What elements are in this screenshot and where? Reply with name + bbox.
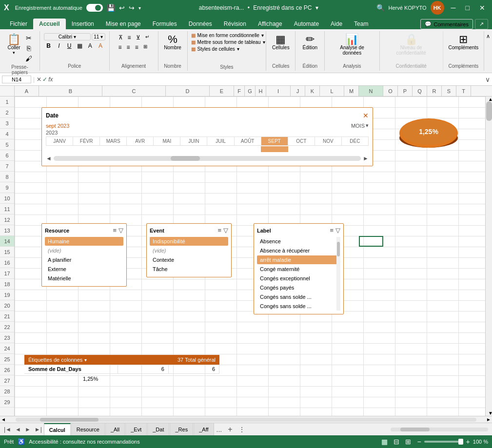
col-header-j[interactable]: J bbox=[291, 86, 305, 96]
col-header-i[interactable]: I bbox=[266, 86, 291, 96]
cell-reference-input[interactable] bbox=[2, 76, 31, 83]
label-item-conges-ss2[interactable]: Congés sans solde ... bbox=[257, 302, 340, 311]
month-may[interactable]: MAI bbox=[154, 137, 180, 145]
mise-forme-cond-button[interactable]: ▦ Mise en forme conditionnelle ▾ bbox=[190, 32, 264, 39]
row-header-27[interactable]: 27 bbox=[0, 375, 14, 386]
row-header-11[interactable]: 11 bbox=[0, 204, 14, 214]
date-panel-close[interactable]: ✕ bbox=[363, 112, 369, 119]
row-header-4[interactable]: 4 bbox=[0, 129, 14, 139]
page-break-button[interactable]: ⊞ bbox=[404, 438, 412, 446]
label-sort-icon[interactable]: ≡ bbox=[330, 227, 334, 234]
event-item-tache[interactable]: Tâche bbox=[150, 265, 228, 273]
styles-cellules-button[interactable]: ▦ Styles de cellules ▾ bbox=[190, 46, 264, 52]
month-jul[interactable]: JUIL bbox=[207, 137, 234, 145]
tab-donnees[interactable]: Données bbox=[183, 19, 218, 29]
bottom-scrollbar[interactable]: ◄ ► bbox=[0, 416, 492, 423]
row-header-20[interactable]: 20 bbox=[0, 300, 14, 311]
label-item-absence[interactable]: Absence bbox=[257, 237, 340, 246]
hscroll-right-arrow[interactable]: ► bbox=[486, 417, 491, 422]
sheet-tab-res[interactable]: _Res bbox=[170, 423, 193, 435]
align-right-button[interactable]: ≡ bbox=[133, 43, 140, 52]
row-header-8[interactable]: 8 bbox=[0, 172, 14, 182]
coller-button[interactable]: 📋 Coller ▾ bbox=[5, 33, 22, 56]
col-header-f[interactable]: F bbox=[234, 86, 245, 96]
save-icon[interactable]: 💾 bbox=[107, 4, 115, 12]
label-item-arret-maladie[interactable]: arrêt maladie bbox=[257, 255, 340, 264]
col-header-m[interactable]: M bbox=[344, 86, 359, 96]
sheet-tab-all[interactable]: _All bbox=[105, 423, 125, 435]
sheet-hscroll-thumb[interactable] bbox=[400, 428, 430, 431]
event-item-contexte[interactable]: Contexte bbox=[150, 255, 228, 264]
row-header-21[interactable]: 21 bbox=[0, 311, 14, 322]
ribbon-expand-button[interactable]: ∧ bbox=[484, 31, 492, 71]
user-avatar[interactable]: HK bbox=[431, 1, 444, 15]
add-sheet-button[interactable]: + bbox=[224, 423, 236, 435]
edition-button[interactable]: ✏ Édition bbox=[301, 33, 320, 51]
month-jun[interactable]: JUIN bbox=[180, 137, 207, 145]
row-header-17[interactable]: 17 bbox=[0, 268, 14, 279]
close-button[interactable]: ✕ bbox=[476, 4, 488, 12]
select-all-button[interactable] bbox=[0, 86, 15, 96]
tab-nav-last[interactable]: ►| bbox=[33, 423, 44, 435]
scroll-right-arrow[interactable]: ► bbox=[363, 155, 369, 162]
more-tabs-button[interactable]: ... bbox=[215, 423, 224, 435]
pinceau-button[interactable]: 🖌 bbox=[23, 54, 34, 63]
formula-expand-icon[interactable]: ∨ bbox=[485, 76, 490, 83]
row-header-19[interactable]: 19 bbox=[0, 290, 14, 300]
nombre-button[interactable]: % Nombre bbox=[162, 33, 183, 51]
col-header-b[interactable]: B bbox=[39, 86, 102, 96]
row-header-10[interactable]: 10 bbox=[0, 193, 14, 204]
row-header-9[interactable]: 9 bbox=[0, 182, 14, 193]
col-header-c[interactable]: C bbox=[102, 86, 166, 96]
col-header-d[interactable]: D bbox=[166, 86, 210, 96]
col-header-q[interactable]: Q bbox=[413, 86, 427, 96]
month-mar[interactable]: MARS bbox=[100, 137, 127, 145]
col-header-n[interactable]: N bbox=[359, 86, 383, 96]
row-header-16[interactable]: 16 bbox=[0, 257, 14, 268]
tab-team[interactable]: Team bbox=[348, 19, 374, 29]
wrap-text-button[interactable]: ↵ bbox=[143, 33, 151, 42]
hscroll-track[interactable] bbox=[16, 418, 476, 422]
share-button[interactable]: ↗ bbox=[475, 19, 488, 29]
search-icon[interactable]: 🔍 bbox=[376, 4, 385, 12]
label-item-conge-mat[interactable]: Congé maternité bbox=[257, 265, 340, 273]
sous-forme-tableau-button[interactable]: ▦ Mettre sous forme de tableau ▾ bbox=[190, 39, 264, 45]
month-dec[interactable]: DÉC bbox=[342, 137, 368, 145]
vertical-scrollbar-thumb[interactable] bbox=[486, 101, 492, 121]
col-header-o[interactable]: O bbox=[383, 86, 398, 96]
row-header-1[interactable]: 1 bbox=[0, 97, 14, 107]
align-center-button[interactable]: ≡ bbox=[125, 43, 132, 52]
row-header-12[interactable]: 12 bbox=[0, 214, 14, 225]
col-header-t[interactable]: T bbox=[456, 86, 471, 96]
analyse-donnees-button[interactable]: 📊 Analyse de données bbox=[329, 33, 375, 57]
label-item-conges-ss1[interactable]: Congés sans solde ... bbox=[257, 292, 340, 301]
hscroll-left-arrow[interactable]: ◄ bbox=[1, 417, 6, 422]
row-header-2[interactable]: 2 bbox=[0, 107, 14, 118]
bold-button[interactable]: B bbox=[44, 41, 53, 50]
underline-button[interactable]: U bbox=[65, 41, 74, 50]
event-item-vide[interactable]: (vide) bbox=[150, 246, 228, 255]
confidentialite-button[interactable]: 🔒 Niveau de confidentialité bbox=[384, 33, 439, 57]
redo-icon[interactable]: ↪ bbox=[129, 4, 135, 12]
zoom-slider[interactable] bbox=[424, 441, 463, 443]
month-sep[interactable]: SEPT bbox=[261, 137, 288, 145]
row-header-14[interactable]: 14 bbox=[0, 236, 14, 247]
month-feb[interactable]: FÉVR bbox=[73, 137, 100, 145]
row-header-15[interactable]: 15 bbox=[0, 247, 14, 257]
font-family-btn[interactable]: Calibri ▾ bbox=[44, 33, 91, 40]
resource-item-externe[interactable]: Externe bbox=[45, 265, 123, 273]
copier-button[interactable]: ⎘ bbox=[23, 43, 34, 53]
row-header-28[interactable]: 28 bbox=[0, 386, 14, 397]
month-oct[interactable]: OCT bbox=[288, 137, 315, 145]
col-header-p[interactable]: P bbox=[398, 86, 413, 96]
font-color-button[interactable]: A bbox=[96, 41, 105, 50]
label-item-conges-excep[interactable]: Congés exceptionnel bbox=[257, 274, 340, 283]
sheet-tab-dat[interactable]: _Dat bbox=[147, 423, 169, 435]
undo-icon[interactable]: ↩ bbox=[119, 4, 125, 12]
resource-sort-icon[interactable]: ≡ bbox=[113, 227, 117, 234]
zoom-out-button[interactable]: − bbox=[416, 438, 422, 446]
row-header-5[interactable]: 5 bbox=[0, 139, 14, 150]
grid-content[interactable]: Date ✕ sept 2023 MOIS ▾ 2023 JANV FÉVR M… bbox=[15, 97, 492, 416]
resource-item-humaine[interactable]: Humaine bbox=[45, 237, 123, 246]
resource-item-vide[interactable]: (vide) bbox=[45, 246, 123, 255]
